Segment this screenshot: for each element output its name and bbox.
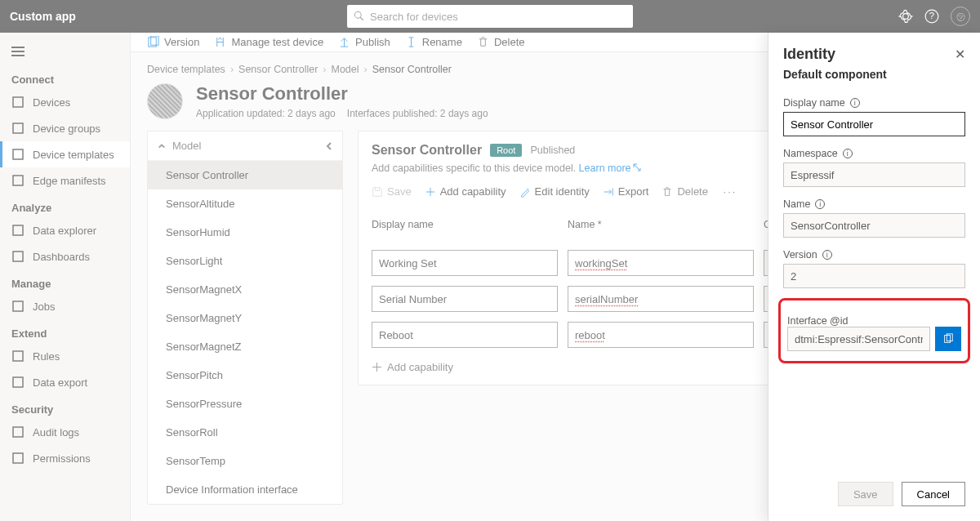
- info-icon: i: [843, 149, 853, 158]
- cap-name[interactable]: reboot: [568, 322, 754, 348]
- close-icon[interactable]: ✕: [955, 47, 965, 62]
- cap-delete-button[interactable]: Delete: [662, 185, 708, 198]
- crumb-sensor-controller[interactable]: Sensor Controller: [238, 64, 318, 75]
- label-interface-id: Interface @id: [787, 315, 961, 327]
- chevron-up-icon: [158, 142, 166, 150]
- input-interface-id[interactable]: [787, 327, 930, 351]
- model-item[interactable]: SensorAltitude: [148, 189, 342, 218]
- model-item[interactable]: SensorRoll: [148, 418, 342, 447]
- model-item[interactable]: SensorPressure: [148, 390, 342, 418]
- nav-icon: [11, 425, 24, 439]
- input-namespace: [783, 163, 965, 187]
- cmd-version[interactable]: Version: [147, 36, 199, 48]
- model-item[interactable]: SensorMagnetZ: [148, 332, 342, 361]
- search-input[interactable]: [370, 11, 626, 23]
- model-item[interactable]: Sensor Controller: [148, 161, 342, 189]
- meta-published: Interfaces published: 2 days ago: [347, 108, 488, 119]
- svg-rect-12: [13, 453, 23, 463]
- gear-icon[interactable]: [898, 9, 913, 24]
- cap-add-capability-button[interactable]: Add capability: [425, 185, 506, 198]
- model-item[interactable]: SensorTemp: [148, 447, 342, 475]
- col-name: Name *: [568, 219, 754, 230]
- template-thumbnail: [147, 83, 183, 119]
- cap-more-button[interactable]: ···: [721, 185, 739, 198]
- cmd-delete[interactable]: Delete: [477, 36, 525, 48]
- nav-icon: [11, 376, 24, 389]
- search-wrap: [347, 5, 633, 28]
- model-panel-header[interactable]: Model: [148, 131, 342, 161]
- flyout-save-button: Save: [838, 482, 893, 506]
- model-item[interactable]: SensorMagnetY: [148, 304, 342, 332]
- svg-rect-3: [13, 123, 23, 133]
- label-namespace: Namespacei: [783, 148, 965, 159]
- nav-icon: [11, 148, 24, 161]
- copy-button[interactable]: [935, 327, 961, 351]
- input-display-name[interactable]: [783, 112, 965, 136]
- cmd-manage-test-device[interactable]: Manage test device: [214, 36, 323, 48]
- nav-icon: [11, 350, 24, 363]
- sidebar-item-data-explorer[interactable]: Data explorer: [0, 217, 130, 243]
- flyout-subheader: Default component: [768, 68, 980, 89]
- sidebar-item-edge-manifests[interactable]: Edge manifests: [0, 167, 130, 194]
- nav-icon: [11, 250, 24, 263]
- model-panel: Model Sensor ControllerSensorAltitudeSen…: [147, 131, 343, 505]
- svg-rect-9: [13, 351, 23, 361]
- crumb-model[interactable]: Model: [331, 64, 359, 75]
- help-icon[interactable]: ?: [924, 9, 939, 24]
- crumb-current: Sensor Controller: [372, 64, 452, 75]
- model-item[interactable]: SensorMagnetX: [148, 275, 342, 304]
- flyout-cancel-button[interactable]: Cancel: [902, 482, 965, 506]
- svg-rect-8: [13, 301, 23, 311]
- cap-name[interactable]: workingSet: [568, 250, 754, 276]
- learn-more-link[interactable]: Learn more: [579, 163, 641, 174]
- model-item[interactable]: SensorHumid: [148, 218, 342, 247]
- sidebar-item-permissions[interactable]: Permissions: [0, 445, 130, 471]
- sidebar-collapse[interactable]: [0, 38, 130, 65]
- sidebar-item-rules[interactable]: Rules: [0, 343, 130, 369]
- cap-display-name[interactable]: Working Set: [372, 250, 558, 276]
- model-item[interactable]: SensorPitch: [148, 361, 342, 390]
- cap-display-name[interactable]: Serial Number: [372, 286, 558, 312]
- sidebar-item-audit-logs[interactable]: Audit logs: [0, 419, 130, 445]
- info-icon: i: [850, 98, 860, 108]
- svg-rect-5: [13, 176, 23, 185]
- svg-rect-11: [13, 427, 23, 437]
- sidebar-item-device-templates[interactable]: Device templates: [0, 141, 130, 167]
- sidebar-item-device-groups[interactable]: Device groups: [0, 115, 130, 141]
- sidebar-item-data-export[interactable]: Data export: [0, 369, 130, 395]
- sidebar-section-label: Manage: [0, 269, 130, 293]
- interface-id-highlight: Interface @id: [778, 298, 970, 363]
- model-item[interactable]: Device Information interface: [148, 475, 342, 504]
- sidebar-section-label: Analyze: [0, 194, 130, 217]
- avatar[interactable]: ㋡: [951, 7, 970, 26]
- cap-edit-identity-button[interactable]: Edit identity: [519, 185, 590, 198]
- cap-display-name[interactable]: Reboot: [372, 322, 558, 348]
- chevron-left-icon: [324, 141, 334, 151]
- sidebar-item-jobs[interactable]: Jobs: [0, 293, 130, 319]
- svg-rect-6: [13, 225, 23, 235]
- hamburger-icon: [11, 51, 24, 52]
- sidebar-item-dashboards[interactable]: Dashboards: [0, 243, 130, 269]
- model-item[interactable]: SensorLight: [148, 247, 342, 275]
- root-badge: Root: [490, 144, 522, 157]
- cap-name[interactable]: serialNumber: [568, 286, 754, 312]
- sidebar-section-label: Connect: [0, 65, 130, 89]
- svg-rect-10: [13, 377, 23, 387]
- nav-icon: [11, 224, 24, 237]
- search-box[interactable]: [347, 5, 633, 28]
- top-bar: Custom app ? ㋡: [0, 0, 980, 33]
- cmd-rename[interactable]: Rename: [405, 36, 462, 48]
- cmd-publish[interactable]: Publish: [338, 36, 390, 48]
- cap-export-button[interactable]: Export: [603, 185, 649, 198]
- search-icon: [354, 11, 365, 22]
- crumb-device-templates[interactable]: Device templates: [147, 64, 225, 75]
- col-display-name: Display name: [372, 219, 558, 230]
- label-name: Namei: [783, 198, 965, 210]
- app-title: Custom app: [10, 10, 76, 23]
- nav-icon: [11, 452, 24, 465]
- sidebar-item-devices[interactable]: Devices: [0, 89, 130, 115]
- label-display-name: Display namei: [783, 97, 965, 109]
- input-version: [783, 264, 965, 288]
- svg-text:?: ?: [929, 11, 934, 20]
- nav-icon: [11, 300, 24, 313]
